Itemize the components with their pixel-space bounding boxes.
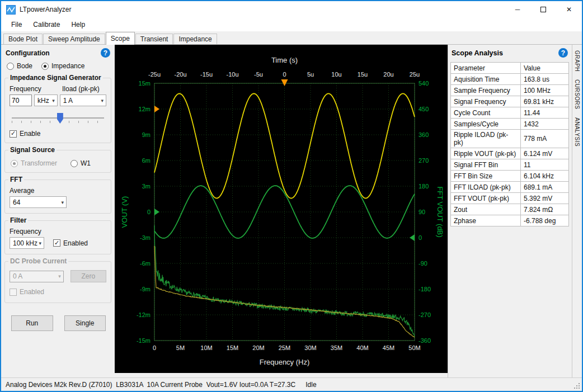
signal-source-title: Signal Source xyxy=(8,146,57,154)
fft-average-select[interactable]: 64 ▾ xyxy=(10,196,67,208)
minimize-button[interactable]: ─ xyxy=(505,1,530,18)
filter-frequency-value: 100 kHz xyxy=(13,239,37,247)
tab-scope[interactable]: Scope xyxy=(106,32,135,45)
maximize-button[interactable] xyxy=(530,1,556,18)
menu-help[interactable]: Help xyxy=(65,19,91,30)
analysis-row[interactable]: Aquisition Time163.8 us xyxy=(451,74,569,85)
iload-select[interactable]: 1 A ▾ xyxy=(60,95,106,106)
analysis-row[interactable]: Signal Frequency69.81 kHz xyxy=(451,96,569,107)
fft-tick-label: -180 xyxy=(419,286,431,292)
run-button[interactable]: Run xyxy=(11,315,53,331)
analysis-row[interactable]: FFT VOUT (pk-pk)5.392 mV xyxy=(451,193,569,204)
iload-level-marker[interactable] xyxy=(154,106,159,112)
dc-probe-enabled-checkbox: Enabled xyxy=(10,288,44,296)
analysis-row[interactable]: Zphase-6.788 deg xyxy=(451,215,569,226)
analysis-header-row: Parameter Value xyxy=(451,63,569,74)
param-name: Sample Frequency xyxy=(451,85,521,96)
vout-tick-label: -3m xyxy=(140,234,151,241)
analysis-row[interactable]: Samples/Cycle1432 xyxy=(451,119,569,130)
param-name: Ripple ILOAD (pk-pk) xyxy=(451,130,521,148)
average-label: Average xyxy=(10,187,106,195)
param-name: Signal Frequency xyxy=(451,96,521,107)
menubar: File Calibrate Help xyxy=(1,18,582,32)
analysis-row[interactable]: FFT ILOAD (pk-pk)689.1 mA xyxy=(451,182,569,193)
titlebar[interactable]: LTpowerAnalyzer ─ ✕ xyxy=(1,1,582,18)
time-tick-label: 0 xyxy=(283,71,286,78)
analysis-row[interactable]: Zout7.824 mΩ xyxy=(451,204,569,215)
radio-bode[interactable]: Bode xyxy=(7,62,32,70)
column-parameter: Parameter xyxy=(451,63,521,74)
time-tick-label: 10u xyxy=(331,71,341,78)
analysis-row[interactable]: Sample Frequency100 MHz xyxy=(451,85,569,96)
filter-frequency-select[interactable]: 100 kHz ▾ xyxy=(10,237,44,249)
frequency-input[interactable] xyxy=(10,95,32,106)
analysis-row[interactable]: Cycle Count11.44 xyxy=(451,107,569,119)
vout-tick-label: 0 xyxy=(147,209,151,215)
param-value: 5.392 mV xyxy=(521,193,569,204)
tab-sweep-amplitude[interactable]: Sweep Amplitude xyxy=(43,34,105,44)
side-tab-graph[interactable]: GRAPH xyxy=(573,46,581,75)
scope-chart: -25u015m540-20u5M12m450-15u10M9m360-10u1… xyxy=(115,45,448,373)
chevron-down-icon: ▾ xyxy=(51,98,56,103)
vout-tick-label: 6m xyxy=(142,157,151,164)
maximize-icon xyxy=(540,7,546,12)
analysis-row[interactable]: Ripple ILOAD (pk-pk)778 mA xyxy=(451,130,569,148)
vout-axis-title: VOUT (V) xyxy=(120,196,129,228)
menu-file[interactable]: File xyxy=(6,19,27,30)
frequency-tick-label: 30M xyxy=(304,344,316,351)
radio-impedance-label: Impedance xyxy=(51,62,84,70)
status-bar: Analog Devices M2k Rev.D (Z7010) LB3031A… xyxy=(1,377,582,391)
trigger-time-marker[interactable] xyxy=(281,79,288,86)
fft-tick-label: 540 xyxy=(419,80,429,87)
param-name: FFT Bin Size xyxy=(451,171,521,182)
param-name: FFT VOUT (pk-pk) xyxy=(451,193,521,204)
analysis-table: Parameter Value Aquisition Time163.8 usS… xyxy=(450,62,569,226)
vout-tick-label: -12m xyxy=(137,311,151,318)
side-tab-cursors[interactable]: CURSORS xyxy=(573,75,581,114)
filter-enabled-label: Enabled xyxy=(63,239,88,247)
analysis-row[interactable]: Ripple VOUT (pk-pk)6.124 mV xyxy=(451,148,569,159)
tab-transient[interactable]: Transient xyxy=(135,34,173,44)
side-tab-analysis[interactable]: ANALYSIS xyxy=(573,114,581,150)
param-name: Zout xyxy=(451,204,521,215)
param-value: 100 MHz xyxy=(521,85,569,96)
vout-tick-label: 3m xyxy=(142,183,151,190)
time-tick-label: -15u xyxy=(200,71,213,78)
analysis-row[interactable]: Signal FFT Bin11 xyxy=(451,159,569,171)
enable-checkbox[interactable]: ✓ Enable xyxy=(10,130,40,138)
single-button[interactable]: Single xyxy=(64,315,106,331)
app-window: LTpowerAnalyzer ─ ✕ File Calibrate Help … xyxy=(0,0,583,392)
tab-impedance[interactable]: Impedance xyxy=(173,34,217,44)
analysis-row[interactable]: FFT Bin Size6.104 kHz xyxy=(451,171,569,182)
param-value: 7.824 mΩ xyxy=(521,204,569,215)
tab-bode-plot[interactable]: Bode Plot xyxy=(3,34,43,44)
vout-tick-label: 15m xyxy=(139,80,151,87)
param-value: 1432 xyxy=(521,119,569,130)
help-icon[interactable]: ? xyxy=(101,48,110,58)
fft-group: FFT Average 64 ▾ xyxy=(4,180,111,214)
time-axis-title: Time (s) xyxy=(271,56,298,64)
iload-slider[interactable] xyxy=(11,113,105,125)
menu-calibrate[interactable]: Calibrate xyxy=(27,19,65,30)
radio-circle xyxy=(11,160,18,167)
param-value: 163.8 us xyxy=(521,74,569,85)
app-icon xyxy=(6,5,16,15)
fft-axis-title: FFT VOUT (dB) xyxy=(436,186,444,237)
radio-impedance[interactable]: Impedance xyxy=(41,62,84,70)
dc-probe-group: DC Probe Current 0 A ▾ Zero Enabled xyxy=(4,261,111,303)
help-icon[interactable]: ? xyxy=(558,48,568,58)
param-name: Signal FFT Bin xyxy=(451,159,521,171)
chevron-down-icon: ▾ xyxy=(57,273,62,279)
close-button[interactable]: ✕ xyxy=(556,1,582,18)
radio-w1[interactable]: W1 xyxy=(70,159,91,167)
frequency-tick-label: 20M xyxy=(252,344,264,351)
checkbox-box: ✓ xyxy=(53,239,60,247)
param-value: 11.44 xyxy=(521,107,569,119)
frequency-unit-select[interactable]: kHz ▾ xyxy=(34,95,58,106)
fft-level-marker[interactable] xyxy=(410,234,415,241)
frequency-tick-label: 40M xyxy=(356,344,368,351)
filter-enabled-checkbox[interactable]: ✓ Enabled xyxy=(53,239,88,247)
side-tab-strip: GRAPH CURSORS ANALYSIS xyxy=(572,45,582,377)
resize-grip-icon[interactable] xyxy=(574,383,580,389)
vout-level-marker[interactable] xyxy=(154,209,159,215)
